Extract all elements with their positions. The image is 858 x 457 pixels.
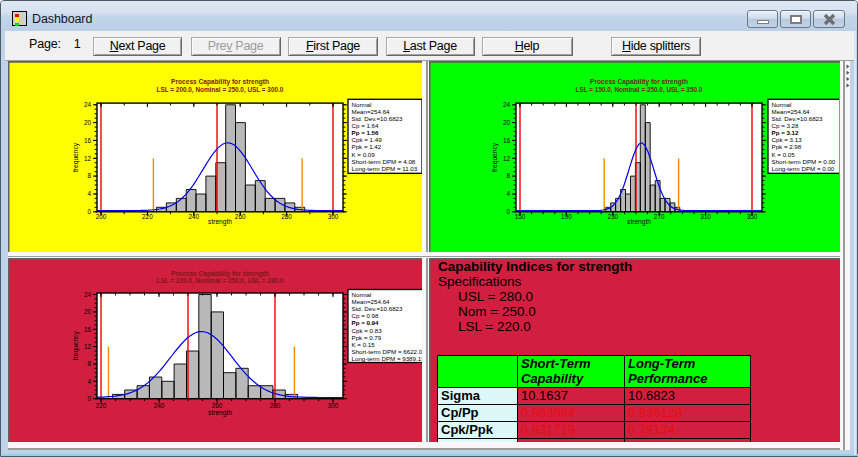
svg-text:0: 0 <box>87 208 91 215</box>
svg-text:Cp = 1.64: Cp = 1.64 <box>352 122 380 129</box>
svg-text:Cp = 3.28: Cp = 3.28 <box>772 122 800 129</box>
svg-text:Mean=254.64: Mean=254.64 <box>352 108 391 115</box>
svg-text:LSL = 150.0, Nominal = 250.0,: LSL = 150.0, Nominal = 250.0, USL = 350.… <box>576 86 703 94</box>
svg-text:Short-term DPM = 0.00: Short-term DPM = 0.00 <box>772 158 836 165</box>
svg-text:Short-term DPM = 6622.04: Short-term DPM = 6622.04 <box>352 347 423 354</box>
svg-text:20: 20 <box>84 308 92 315</box>
svg-text:Pp = 1.56: Pp = 1.56 <box>352 129 380 136</box>
svg-text:Normal: Normal <box>352 101 372 108</box>
svg-text:Ppk = 0.79: Ppk = 0.79 <box>352 333 382 340</box>
svg-text:16: 16 <box>84 137 92 144</box>
svg-text:Ppk = 1.42: Ppk = 1.42 <box>352 143 382 150</box>
svg-text:4: 4 <box>87 377 91 384</box>
svg-text:Std. Dev.=10.6823: Std. Dev.=10.6823 <box>352 305 404 312</box>
svg-text:Long-term DPM = 0.00: Long-term DPM = 0.00 <box>772 165 835 172</box>
svg-text:24: 24 <box>84 290 92 297</box>
svg-text:20: 20 <box>84 119 92 126</box>
svg-text:LSL = 220.0, Nominal = 250.0,: LSL = 220.0, Nominal = 250.0, USL = 280.… <box>157 277 284 285</box>
svg-text:12: 12 <box>84 155 92 162</box>
svg-text:Cpk = 0.83: Cpk = 0.83 <box>352 326 383 333</box>
svg-text:24: 24 <box>503 101 511 108</box>
svg-text:Std. Dev.=10.6823: Std. Dev.=10.6823 <box>352 115 404 122</box>
svg-text:frequency: frequency <box>72 330 80 360</box>
svg-text:Cpk = 3.13: Cpk = 3.13 <box>772 136 803 143</box>
svg-text:Pp = 0.94: Pp = 0.94 <box>352 319 380 326</box>
svg-text:4: 4 <box>506 190 510 197</box>
svg-text:Short-term DPM = 4.08: Short-term DPM = 4.08 <box>352 158 416 165</box>
svg-text:Ppk = 2.98: Ppk = 2.98 <box>772 143 802 150</box>
svg-text:4: 4 <box>87 190 91 197</box>
svg-text:strength: strength <box>208 409 232 417</box>
svg-text:Long-term DPM = 9389.19: Long-term DPM = 9389.19 <box>352 355 423 362</box>
svg-text:K = 0.05: K = 0.05 <box>772 151 796 158</box>
svg-text:K = 0.09: K = 0.09 <box>352 151 376 158</box>
svg-text:8: 8 <box>506 172 510 179</box>
svg-text:8: 8 <box>87 172 91 179</box>
svg-text:LSL = 200.0, Nominal = 250.0,: LSL = 200.0, Nominal = 250.0, USL = 300.… <box>157 86 284 94</box>
svg-text:frequency: frequency <box>491 142 499 172</box>
svg-text:K = 0.15: K = 0.15 <box>352 340 376 347</box>
svg-text:Std. Dev.=10.6823: Std. Dev.=10.6823 <box>772 115 824 122</box>
svg-text:strength: strength <box>208 218 232 226</box>
svg-text:Normal: Normal <box>352 290 372 297</box>
svg-text:12: 12 <box>503 155 511 162</box>
svg-text:Long-term DPM = 11.03: Long-term DPM = 11.03 <box>352 165 418 172</box>
svg-text:24: 24 <box>84 101 92 108</box>
svg-text:Pp = 3.12: Pp = 3.12 <box>772 129 800 136</box>
svg-text:20: 20 <box>503 119 511 126</box>
svg-text:16: 16 <box>84 325 92 332</box>
svg-text:Normal: Normal <box>772 101 792 108</box>
svg-text:0: 0 <box>506 208 510 215</box>
svg-text:12: 12 <box>84 342 92 349</box>
svg-text:Mean=254.64: Mean=254.64 <box>352 297 391 304</box>
svg-text:strength: strength <box>627 218 651 226</box>
svg-text:Mean=254.64: Mean=254.64 <box>772 108 811 115</box>
svg-text:Cp = 0.98: Cp = 0.98 <box>352 312 380 319</box>
svg-text:0: 0 <box>87 394 91 401</box>
svg-text:16: 16 <box>503 137 511 144</box>
svg-text:frequency: frequency <box>72 142 80 172</box>
svg-text:Cpk = 1.49: Cpk = 1.49 <box>352 136 383 143</box>
svg-text:8: 8 <box>87 360 91 367</box>
